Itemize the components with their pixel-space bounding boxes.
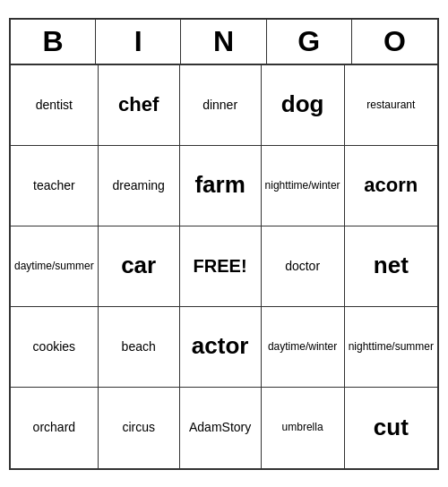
bingo-card: BINGO dentistchefdinnerdogrestaurantteac… [9, 18, 439, 470]
bingo-cell: FREE! [180, 226, 262, 307]
bingo-cell: dreaming [99, 146, 180, 226]
bingo-header: BINGO [11, 20, 437, 65]
bingo-cell: nighttime/summer [345, 307, 437, 388]
bingo-cell: cut [345, 388, 437, 468]
bingo-cell: farm [180, 146, 262, 226]
bingo-cell: doctor [262, 226, 345, 307]
bingo-cell: dog [262, 65, 345, 146]
bingo-cell: net [345, 226, 437, 307]
bingo-cell: orchard [11, 388, 99, 468]
bingo-cell: cookies [11, 307, 99, 388]
bingo-cell: restaurant [345, 65, 437, 146]
bingo-cell: car [99, 226, 180, 307]
bingo-cell: circus [99, 388, 180, 468]
header-letter: N [181, 20, 266, 64]
header-letter: B [11, 20, 96, 64]
bingo-cell: dinner [180, 65, 262, 146]
bingo-grid: dentistchefdinnerdogrestaurantteacherdre… [11, 65, 437, 468]
bingo-cell: teacher [11, 146, 99, 226]
bingo-cell: actor [180, 307, 262, 388]
bingo-cell: daytime/winter [262, 307, 345, 388]
header-letter: I [96, 20, 181, 64]
bingo-cell: chef [99, 65, 180, 146]
header-letter: G [267, 20, 352, 64]
bingo-cell: umbrella [262, 388, 345, 468]
bingo-cell: beach [99, 307, 180, 388]
bingo-cell: AdamStory [180, 388, 262, 468]
header-letter: O [352, 20, 437, 64]
bingo-cell: daytime/summer [11, 226, 99, 307]
bingo-cell: dentist [11, 65, 99, 146]
bingo-cell: nighttime/winter [262, 146, 345, 226]
bingo-cell: acorn [345, 146, 437, 226]
